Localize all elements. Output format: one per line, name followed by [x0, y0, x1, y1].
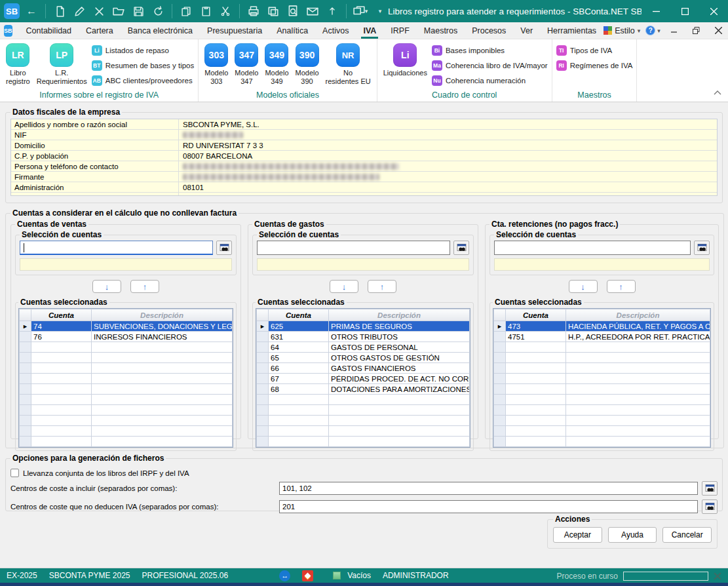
table-row[interactable]: 4751H.P., ACREEDORA POR RET. PRACTICA: [494, 332, 710, 342]
listados-repaso-button[interactable]: LiListados de repaso: [92, 45, 195, 56]
table-row-empty[interactable]: [20, 395, 233, 405]
menu-contabilidad[interactable]: Contabilidad: [19, 24, 79, 38]
table-row-empty[interactable]: [20, 374, 233, 384]
table-row-empty[interactable]: [20, 405, 233, 416]
menu-presupuestaria[interactable]: Presupuestaria: [200, 24, 269, 38]
coherencia-numeracion-button[interactable]: NuCoherencia numeración: [432, 75, 548, 86]
menu-maestros[interactable]: Maestros: [417, 24, 465, 38]
table-row-empty[interactable]: [494, 363, 710, 374]
ayuda-button[interactable]: Ayuda: [608, 527, 657, 543]
table-row[interactable]: 66GASTOS FINANCIEROS: [257, 363, 470, 374]
print-icon[interactable]: [246, 3, 261, 19]
send-mail-icon[interactable]: [305, 3, 320, 19]
table-row-empty[interactable]: [494, 426, 710, 437]
buscar-cuenta-button-retenciones[interactable]: [694, 241, 710, 255]
estilo-menu[interactable]: Estilo ▾: [603, 26, 640, 35]
mdi-close-button[interactable]: [710, 24, 727, 37]
menu-analitica[interactable]: Analítica: [269, 24, 315, 38]
windows-icon[interactable]: ▾: [353, 3, 368, 19]
menu-activos[interactable]: Activos: [315, 24, 356, 38]
lr-requerimientos-button[interactable]: LP L.R. Requerimientos: [35, 42, 89, 87]
table-row-empty[interactable]: [20, 384, 233, 395]
cancel-proceso-icon[interactable]: [714, 572, 721, 580]
mdi-restore-button[interactable]: [688, 24, 705, 37]
paste-icon[interactable]: [198, 3, 214, 19]
abc-clientes-button[interactable]: ABABC clientes/proveedores: [92, 75, 195, 86]
table-row[interactable]: 64GASTOS DE PERSONAL: [257, 342, 470, 353]
table-row[interactable]: 67PÉRDIDAS PROCED. DE ACT. NO CORR: [257, 374, 470, 384]
table-row-empty[interactable]: [20, 437, 233, 447]
cuenta-search-input-ventas[interactable]: [20, 241, 213, 255]
regimenes-iva-button[interactable]: RIRegímenes de IVA: [556, 60, 633, 71]
refresh-icon[interactable]: [150, 3, 166, 19]
table-row-empty[interactable]: [257, 395, 470, 405]
table-row-empty[interactable]: [494, 437, 710, 447]
menu-procesos[interactable]: Procesos: [465, 24, 513, 38]
table-row[interactable]: 76INGRESOS FINANCIEROS: [20, 332, 233, 342]
save-icon[interactable]: [130, 3, 146, 19]
coherencia-libro-button[interactable]: MaCoherencia libro de IVA/mayor: [432, 60, 548, 71]
table-row-empty[interactable]: [257, 437, 470, 447]
print-preview-icon[interactable]: [285, 3, 301, 19]
table-row[interactable]: 68DOTACIONES PARA AMORTIZACIONES: [257, 384, 470, 395]
export-icon[interactable]: [324, 3, 340, 19]
cancelar-button[interactable]: Cancelar: [662, 527, 712, 543]
table-row[interactable]: ►473HACIENDA PÚBLICA, RET. Y PAGOS A C: [494, 321, 710, 332]
add-cuenta-button-gastos[interactable]: ↓: [330, 280, 358, 293]
print-forms-icon[interactable]: [265, 3, 281, 19]
menu-ver[interactable]: Ver: [513, 24, 540, 38]
menu-irpf[interactable]: IRPF: [383, 24, 416, 38]
app-logo-small[interactable]: SB: [4, 25, 12, 37]
libro-registro-button[interactable]: LR Libro registro: [4, 42, 32, 87]
bases-imponibles-button[interactable]: BiBases imponibles: [432, 45, 548, 56]
copy-icon[interactable]: [178, 3, 194, 19]
red-launcher-icon[interactable]: [302, 570, 313, 581]
tipos-iva-button[interactable]: TITipos de IVA: [556, 45, 633, 56]
edit-icon[interactable]: [71, 3, 87, 19]
menu-herramientas[interactable]: Herramientas: [540, 24, 603, 38]
table-row-empty[interactable]: [20, 416, 233, 426]
cuenta-search-input-retenciones[interactable]: [494, 241, 691, 255]
modelo-349-button[interactable]: 349 Modelo 349: [263, 42, 290, 87]
cuenta-search-input-gastos[interactable]: [257, 241, 450, 255]
table-row[interactable]: ►625PRIMAS DE SEGUROS: [257, 321, 470, 332]
table-row-empty[interactable]: [494, 342, 710, 353]
open-folder-icon[interactable]: [111, 3, 126, 19]
new-document-icon[interactable]: [52, 3, 67, 19]
centros-no-deducen-input[interactable]: [279, 500, 698, 513]
table-row-empty[interactable]: [494, 374, 710, 384]
llevanza-checkbox[interactable]: [10, 469, 19, 477]
ribbon-collapse-icon[interactable]: [714, 86, 721, 98]
liquidaciones-button[interactable]: Li Liquidaciones: [381, 42, 429, 79]
remove-cuenta-button-ventas[interactable]: ↑: [130, 280, 159, 293]
aceptar-button[interactable]: Aceptar: [553, 527, 602, 543]
back-icon[interactable]: ←: [24, 3, 39, 19]
modelo-303-button[interactable]: 303 Modelo 303: [202, 42, 230, 87]
buscar-cuenta-button-ventas[interactable]: [216, 241, 232, 255]
buscar-centros-incluir-button[interactable]: [702, 481, 718, 496]
table-row-empty[interactable]: [20, 426, 233, 437]
table-row[interactable]: 65OTROS GASTOS DE GESTIÓN: [257, 353, 470, 363]
table-row-empty[interactable]: [494, 353, 710, 363]
table-row[interactable]: 631OTROS TRIBUTOS: [257, 332, 470, 342]
close-button[interactable]: [699, 0, 728, 22]
menu-iva[interactable]: IVA: [356, 24, 383, 38]
mdi-minimize-button[interactable]: [666, 24, 683, 37]
buscar-cuenta-button-gastos[interactable]: [453, 241, 469, 255]
menu-cartera[interactable]: Cartera: [79, 24, 121, 38]
delete-icon[interactable]: [91, 3, 107, 19]
remove-cuenta-button-gastos[interactable]: ↑: [368, 280, 396, 293]
table-row-empty[interactable]: [20, 363, 233, 374]
buscar-centros-no-deducen-button[interactable]: [702, 499, 718, 514]
table-row-empty[interactable]: [257, 416, 470, 426]
remote-support-icon[interactable]: ↔: [279, 570, 290, 581]
no-residentes-button[interactable]: NR No residentes EU: [324, 42, 373, 87]
modelo-347-button[interactable]: 347 Modelo 347: [233, 42, 260, 87]
cut-icon[interactable]: [218, 3, 233, 19]
table-row-empty[interactable]: [20, 353, 233, 363]
table-row-empty[interactable]: [494, 395, 710, 405]
remove-cuenta-button-retenciones[interactable]: ↑: [607, 280, 636, 293]
table-row-empty[interactable]: [494, 384, 710, 395]
menu-banca-electronica[interactable]: Banca electrónica: [121, 24, 200, 38]
centros-incluir-input[interactable]: [279, 482, 698, 495]
